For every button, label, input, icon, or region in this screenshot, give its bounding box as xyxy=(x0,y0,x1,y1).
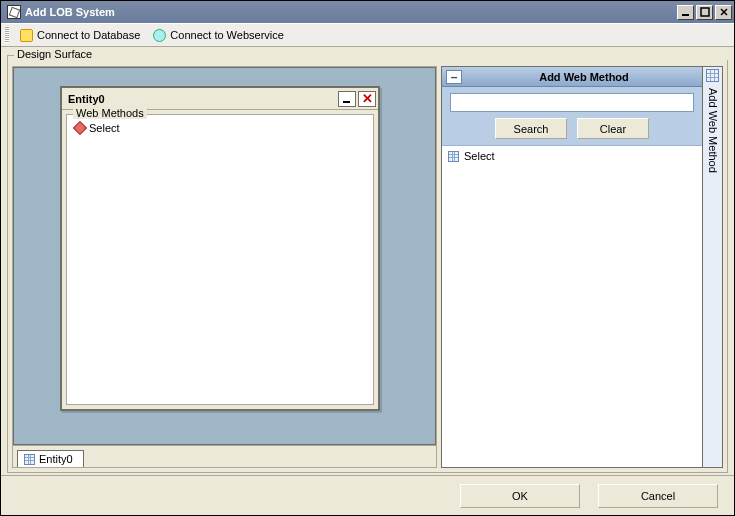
clear-button[interactable]: Clear xyxy=(577,118,649,139)
app-icon xyxy=(7,5,21,19)
webservice-icon xyxy=(152,28,166,42)
cancel-label: Cancel xyxy=(641,490,675,502)
panel-collapse-button[interactable]: – xyxy=(446,70,462,84)
svg-rect-0 xyxy=(682,14,689,16)
method-result-label: Select xyxy=(464,150,495,162)
connect-webservice-button[interactable]: Connect to Webservice xyxy=(148,26,288,44)
method-icon xyxy=(73,121,87,135)
entity-minimize-button[interactable] xyxy=(338,91,356,107)
search-input[interactable] xyxy=(450,93,694,112)
right-column: – Add Web Method Search Clear xyxy=(441,66,723,468)
web-methods-group: Web Methods Select xyxy=(66,114,374,405)
add-web-method-panel: – Add Web Method Search Clear xyxy=(441,66,703,468)
entity-window[interactable]: Entity0 ✕ Web Methods Select xyxy=(60,86,380,411)
dialog-window: Add LOB System Connect to Database Conne… xyxy=(0,0,735,516)
minimize-button[interactable] xyxy=(677,5,694,20)
connect-database-button[interactable]: Connect to Database xyxy=(15,26,144,44)
sidebar-label: Add Web Method xyxy=(707,86,719,173)
method-result-item[interactable]: Select xyxy=(444,148,700,164)
panel-header[interactable]: – Add Web Method xyxy=(442,67,702,87)
toolbar-grip[interactable] xyxy=(5,27,9,43)
entity-title: Entity0 xyxy=(64,93,336,105)
database-icon xyxy=(19,28,33,42)
panel-search-area: Search Clear xyxy=(442,87,702,146)
ok-button[interactable]: OK xyxy=(460,484,580,508)
web-method-item[interactable]: Select xyxy=(73,121,367,135)
web-methods-list[interactable]: Select xyxy=(67,115,373,404)
table-icon xyxy=(448,151,459,162)
svg-rect-4 xyxy=(343,101,350,103)
cancel-button[interactable]: Cancel xyxy=(598,484,718,508)
svg-rect-1 xyxy=(701,8,709,16)
search-button-label: Search xyxy=(514,123,549,135)
canvas-tabstrip: Entity0 xyxy=(13,445,436,467)
clear-button-label: Clear xyxy=(600,123,626,135)
web-methods-label: Web Methods xyxy=(73,107,147,119)
connect-db-label: Connect to Database xyxy=(37,29,140,41)
entity-close-button[interactable]: ✕ xyxy=(358,91,376,107)
connect-ws-label: Connect to Webservice xyxy=(170,29,284,41)
search-button[interactable]: Search xyxy=(495,118,567,139)
window-title: Add LOB System xyxy=(25,6,675,18)
tab-label: Entity0 xyxy=(39,453,73,465)
sidebar-icon xyxy=(706,69,719,82)
panel-title: Add Web Method xyxy=(466,71,702,83)
ok-label: OK xyxy=(512,490,528,502)
toolbar: Connect to Database Connect to Webservic… xyxy=(1,23,734,47)
title-bar[interactable]: Add LOB System xyxy=(1,1,734,23)
method-result-list[interactable]: Select xyxy=(442,146,702,467)
panel-sidebar[interactable]: Add Web Method xyxy=(703,66,723,468)
entity-tab-icon xyxy=(24,454,35,465)
window-buttons xyxy=(675,5,732,20)
main-area: Design Surface Entity0 ✕ Web Methods xyxy=(1,47,734,515)
tab-entity0[interactable]: Entity0 xyxy=(17,450,84,467)
web-method-item-label: Select xyxy=(89,122,120,134)
close-button[interactable] xyxy=(715,5,732,20)
design-surface-group: Design Surface Entity0 ✕ Web Methods xyxy=(7,55,728,473)
panel-button-row: Search Clear xyxy=(450,118,694,143)
dialog-footer: OK Cancel xyxy=(1,475,734,515)
design-surface-label: Design Surface xyxy=(14,48,733,60)
design-canvas[interactable]: Entity0 ✕ Web Methods Select xyxy=(13,67,436,445)
canvas-column: Entity0 ✕ Web Methods Select xyxy=(12,66,437,468)
surface-row: Entity0 ✕ Web Methods Select xyxy=(8,62,727,472)
maximize-button[interactable] xyxy=(696,5,713,20)
